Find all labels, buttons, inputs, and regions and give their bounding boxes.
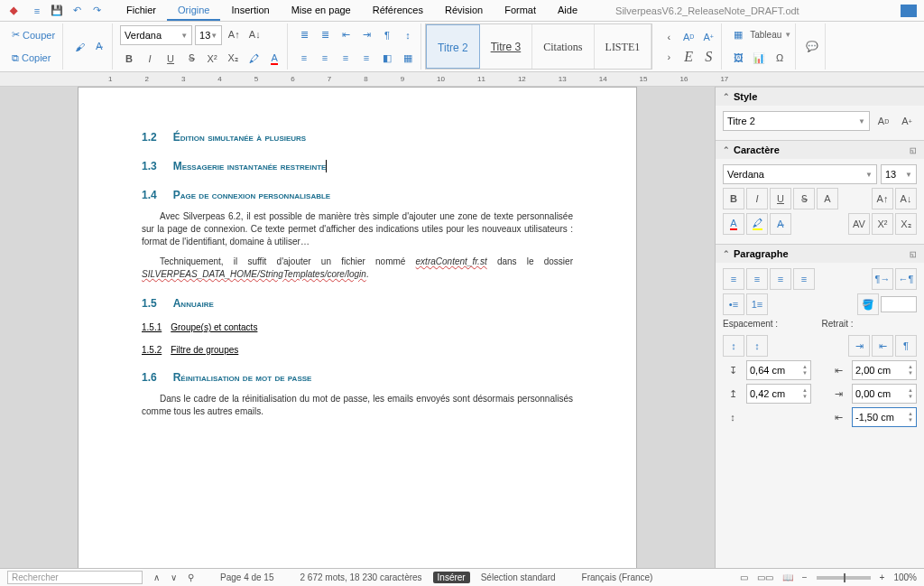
heading-1-6[interactable]: 1.6Réinitialisation de mot de passe [142,371,573,384]
bold-icon[interactable]: B [120,50,138,68]
numbering-icon[interactable]: 1≡ [746,293,768,315]
symbol-icon[interactable]: Ω [771,49,789,67]
view-multi-icon[interactable]: ▭▭ [757,572,773,582]
italic-icon[interactable]: I [141,50,159,68]
numbering-icon[interactable]: ≣ [316,26,334,44]
style-s-icon[interactable]: S [699,48,717,66]
search-input[interactable]: Rechercher [7,571,143,584]
menu-origine[interactable]: Origine [167,1,220,21]
menu-mise-en-page[interactable]: Mise en page [281,1,362,21]
highlight-icon[interactable]: 🖍 [245,50,263,68]
language-status[interactable]: Français (France) [582,572,653,582]
align-left-icon[interactable]: ≡ [295,49,313,67]
selection-mode[interactable]: Sélection standard [481,572,556,582]
zoom-level[interactable]: 100% [893,572,917,582]
underline-icon[interactable]: U [770,188,791,209]
menu-references[interactable]: Références [362,1,434,21]
spacing-dec-icon[interactable]: ↕ [746,335,768,357]
decrease-font-icon[interactable]: A↓ [245,25,263,43]
menu-aide[interactable]: Aide [547,1,588,21]
char-font-select[interactable]: Verdana▼ [723,164,877,184]
style-citations[interactable]: Citations [532,24,594,69]
outdent-icon[interactable]: ⇤ [337,26,355,44]
line-spacing-icon[interactable]: ↕ [723,407,743,427]
bg-color-icon[interactable]: 🪣 [857,293,879,315]
page[interactable]: 1.2Édition simultanée à plusieurs 1.3Mes… [78,87,637,568]
indent-icon[interactable]: ⇥ [357,26,375,44]
spacing-inc-icon[interactable]: ↕ [723,335,744,357]
heading-1-5[interactable]: 1.5Annuaire [142,297,573,310]
style-liste1[interactable]: LISTE1 [595,24,652,69]
paragraph[interactable]: Techniquement, il suffit d'ajouter un fi… [142,256,573,281]
ltr-icon[interactable]: ¶→ [872,268,893,290]
zoom-slider[interactable] [817,576,871,580]
increase-font-icon[interactable]: A↑ [225,25,243,43]
shadow-icon[interactable]: A [817,188,838,209]
heading-1-2[interactable]: 1.2Édition simultanée à plusieurs [142,131,573,144]
paragraph[interactable]: Avec Silverpeas 6.2, il est possible de … [142,210,573,248]
heading-1-5-2[interactable]: 1.5.2Filtre de groupes [142,345,573,355]
font-color-icon[interactable]: A [265,50,283,68]
indent-left-input[interactable]: 2,00 cm▲▼ [852,360,917,380]
color-swatch[interactable] [881,296,917,312]
italic-icon[interactable]: I [746,188,768,209]
paragraph[interactable]: Dans le cadre de la réinitialisation du … [142,393,573,418]
sidebar-style-header[interactable]: ⌃Style [716,88,924,106]
view-single-icon[interactable]: ▭ [740,572,748,582]
menu-fichier[interactable]: Fichier [116,1,167,21]
increase-font-icon[interactable]: A↑ [872,188,893,209]
style-prev-icon[interactable]: ‹ [660,28,678,46]
align-justify-icon[interactable]: ≡ [357,49,375,67]
undo-icon[interactable]: ↶ [67,2,87,20]
save-icon[interactable]: 💾 [47,2,67,20]
subscript-icon[interactable]: X₂ [224,50,242,68]
rtl-icon[interactable]: ←¶ [895,268,917,290]
bullets-icon[interactable]: •≡ [723,293,744,315]
copy-button[interactable]: ⧉Copier [8,51,59,66]
table-icon[interactable]: ▦ [729,26,747,44]
comment-icon[interactable]: 💬 [803,38,821,56]
find-prev-icon[interactable]: ∧ [153,572,160,582]
menu-format[interactable]: Format [494,1,547,21]
page-count[interactable]: Page 4 de 15 [220,572,274,582]
update-style-icon[interactable]: AD [873,111,893,131]
ruler[interactable]: 1234567891011121314151617 [0,72,924,87]
align-center-icon[interactable]: ≡ [746,268,768,290]
style-titre3[interactable]: Titre 3 [480,24,533,69]
spacing-below-input[interactable]: 0,42 cm▲▼ [746,384,811,404]
sidebar-para-header[interactable]: ⌃Paragraphe◱ [716,245,924,263]
menu-revision[interactable]: Révision [434,1,494,21]
align-left-icon[interactable]: ≡ [723,268,744,290]
align-right-icon[interactable]: ≡ [337,49,355,67]
cut-button[interactable]: ✂Couper [8,27,59,42]
menu-insertion[interactable]: Insertion [220,1,280,21]
hamburger-icon[interactable]: ≡ [27,2,47,20]
view-book-icon[interactable]: 📖 [782,572,793,582]
style-next-icon[interactable]: › [660,48,678,66]
font-size-select[interactable]: 13▼ [195,25,222,45]
bullets-icon[interactable]: ≣ [295,26,313,44]
align-right-icon[interactable]: ≡ [770,268,791,290]
align-justify-icon[interactable]: ≡ [793,268,815,290]
sidebar-char-header[interactable]: ⌃Caractère◱ [716,141,924,159]
char-spacing-icon[interactable]: AV [848,213,870,235]
new-style-icon[interactable]: A+ [897,111,917,131]
indent-inc-icon[interactable]: ⇥ [848,335,870,357]
first-line-indent-input[interactable]: -1,50 cm▲▼ [852,407,917,427]
word-count[interactable]: 2 672 mots, 18 230 caractères [300,572,422,582]
indent-right-input[interactable]: 0,00 cm▲▼ [852,384,917,404]
borders-icon[interactable]: ▦ [399,49,417,67]
find-all-icon[interactable]: ⚲ [188,572,194,582]
font-apply-icon[interactable]: AD [679,28,698,46]
heading-1-5-1[interactable]: 1.5.1Groupe(s) et contacts [142,322,573,332]
table-label[interactable]: Tableau [750,30,781,40]
superscript-icon[interactable]: X² [872,213,893,235]
pilcrow-icon[interactable]: ¶ [378,26,396,44]
spacing-above-input[interactable]: 0,64 cm▲▼ [746,360,811,380]
effects-icon[interactable]: E [679,48,698,66]
document-area[interactable]: 1.2Édition simultanée à plusieurs 1.3Mes… [0,87,715,568]
underline-icon[interactable]: U [162,50,180,68]
decrease-font-icon[interactable]: A↓ [895,188,917,209]
image-icon[interactable]: 🖼 [729,49,747,67]
highlight-icon[interactable]: 🖍 [746,213,768,235]
